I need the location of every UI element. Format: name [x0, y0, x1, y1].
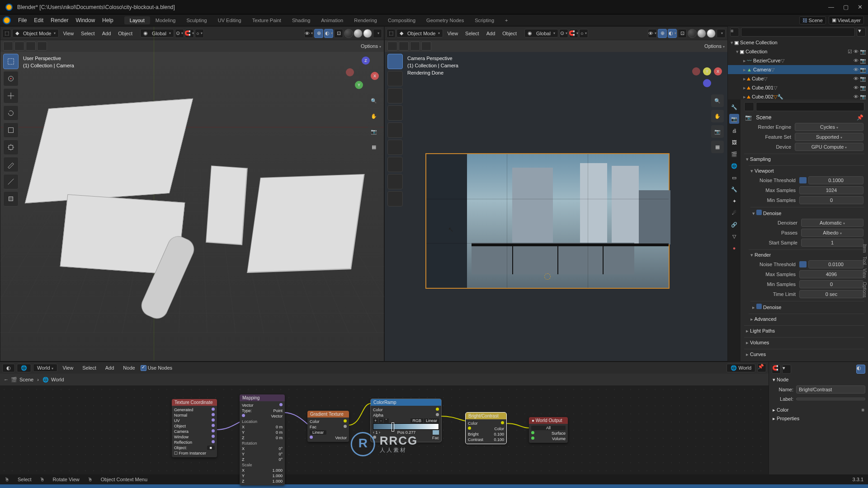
- max-samples-field[interactable]: 1024: [799, 186, 863, 194]
- ptab-constraints-icon[interactable]: 🔗: [729, 220, 739, 230]
- tool-add-cube[interactable]: [387, 191, 403, 206]
- pivot-dropdown[interactable]: ⊙: [175, 29, 184, 38]
- tool-scale[interactable]: [3, 122, 19, 138]
- menu-help[interactable]: Help: [99, 17, 117, 23]
- tab-modeling[interactable]: Modeling: [150, 16, 181, 24]
- proportional-dropdown[interactable]: ○: [579, 29, 588, 38]
- shading-material-icon[interactable]: [697, 29, 706, 38]
- scene-select[interactable]: ⛓ Scene: [799, 16, 826, 24]
- noise-threshold-field[interactable]: 0.1000: [808, 176, 863, 184]
- overlays-toggle[interactable]: ◐: [668, 29, 677, 38]
- nav-camera-icon[interactable]: 📷: [711, 125, 724, 138]
- props-pin-icon[interactable]: [744, 102, 754, 111]
- ptab-tool-icon[interactable]: 🔧: [729, 102, 739, 112]
- node-gradient-texture[interactable]: Gradient Texture Color Fac Linear Vector: [307, 411, 349, 442]
- nav-gizmo[interactable]: Y X: [689, 54, 725, 89]
- minimize-button[interactable]: —: [828, 4, 834, 10]
- vp-menu-object[interactable]: Object: [115, 31, 136, 36]
- nav-camera-icon[interactable]: 📷: [368, 125, 380, 138]
- proportional-dropdown[interactable]: ○: [195, 29, 204, 38]
- shading-modes[interactable]: [344, 29, 372, 38]
- nav-perspective-icon[interactable]: ▦: [711, 141, 724, 153]
- max-samples-field[interactable]: 4096: [799, 270, 863, 278]
- editor-type-dropdown[interactable]: ⬚: [387, 29, 396, 38]
- vp-options[interactable]: Options: [361, 43, 381, 49]
- nav-pan-icon[interactable]: ✋: [368, 110, 380, 122]
- overlays-toggle[interactable]: ◐: [324, 29, 333, 38]
- tool-measure[interactable]: [387, 174, 403, 189]
- xray-toggle[interactable]: ⊡: [334, 29, 343, 38]
- node-bright-contrast[interactable]: Bright/Contrast Color Color Bright0.100 …: [466, 413, 506, 444]
- ptab-object-icon[interactable]: ▭: [729, 173, 739, 183]
- noise-threshold-checkbox[interactable]: [799, 177, 807, 183]
- shading-options[interactable]: [717, 29, 726, 38]
- toolopt-4[interactable]: [421, 42, 431, 51]
- device-select[interactable]: GPU Compute: [795, 143, 863, 151]
- tool-select-box[interactable]: [387, 54, 403, 69]
- vp-menu-add[interactable]: Add: [483, 31, 499, 36]
- menu-edit[interactable]: Edit: [30, 17, 47, 23]
- shading-solid-icon[interactable]: [688, 29, 697, 38]
- section-viewport[interactable]: Viewport: [749, 167, 864, 175]
- editor-type-dropdown[interactable]: ⬚: [2, 29, 11, 38]
- tab-sculpting[interactable]: Sculpting: [181, 16, 212, 24]
- menu-file[interactable]: File: [14, 17, 30, 23]
- ptab-viewlayer-icon[interactable]: 🖼: [729, 137, 739, 147]
- tool-transform[interactable]: [387, 140, 403, 155]
- shading-solid-icon[interactable]: [344, 29, 353, 38]
- xray-toggle[interactable]: ⊡: [678, 29, 687, 38]
- outliner-collection[interactable]: ▾▣ Collection☑👁📷: [728, 47, 868, 56]
- render-engine-select[interactable]: Cycles: [795, 123, 863, 131]
- tool-add-cube[interactable]: [3, 191, 19, 206]
- section-curves[interactable]: Curves: [744, 350, 864, 359]
- 3d-viewport-left[interactable]: ⬚ ◆ Object Mode View Select Add Object ◉…: [0, 26, 384, 361]
- properties-tabs[interactable]: 🔧 📷 🖨 🖼 🎬 🌐 ▭ 🔧 ✦ ☄ 🔗 ▽ ●: [728, 99, 741, 361]
- close-button[interactable]: ✕: [858, 4, 863, 10]
- breadcrumb-world[interactable]: World: [51, 377, 64, 382]
- menu-window[interactable]: Window: [72, 17, 99, 23]
- tab-geometry-nodes[interactable]: Geometry Nodes: [421, 16, 469, 24]
- pivot-dropdown[interactable]: ⊙: [559, 29, 568, 38]
- ne-menu-node[interactable]: Node: [119, 365, 138, 371]
- toolopt-2[interactable]: [399, 42, 409, 51]
- tab-rendering[interactable]: Rendering: [349, 16, 382, 24]
- tab-layout[interactable]: Layout: [124, 16, 150, 24]
- nav-zoom-icon[interactable]: 🔍: [368, 94, 380, 107]
- outliner[interactable]: ≡ ▼ ▾▣ Scene Collection ▾▣ Collection☑👁📷…: [728, 26, 868, 99]
- ptab-data-icon[interactable]: ▽: [729, 231, 739, 241]
- toolopt-2[interactable]: [14, 42, 24, 51]
- tool-move[interactable]: [3, 88, 19, 103]
- outliner-item-cube-002[interactable]: ▸ Cube.002 ▽🔧👁📷: [728, 92, 868, 99]
- snap-options-dropdown[interactable]: ▾: [782, 365, 791, 374]
- shader-node-editor[interactable]: ◐ 🌐 World View Select Add Node Use Nodes…: [0, 362, 769, 474]
- ptab-render-icon[interactable]: 📷: [729, 114, 739, 124]
- tool-move[interactable]: [387, 88, 403, 103]
- outliner-root[interactable]: ▾▣ Scene Collection: [728, 38, 868, 47]
- section-render[interactable]: Render: [749, 251, 864, 259]
- min-samples-field[interactable]: 0: [799, 196, 863, 204]
- ptab-output-icon[interactable]: 🖨: [729, 126, 739, 136]
- tool-annotate[interactable]: [387, 157, 403, 172]
- tool-rotate[interactable]: [387, 105, 403, 121]
- toolopt-1[interactable]: [3, 42, 13, 51]
- nav-perspective-icon[interactable]: ▦: [368, 141, 380, 153]
- ne-menu-view[interactable]: View: [59, 365, 77, 371]
- tool-measure[interactable]: [3, 174, 19, 189]
- editor-type-dropdown[interactable]: ◐: [2, 364, 15, 372]
- noise-threshold-checkbox[interactable]: [799, 261, 807, 267]
- overlay-icon[interactable]: ◐: [856, 365, 865, 374]
- passes-select[interactable]: Albedo: [801, 229, 863, 237]
- tab-uv-editing[interactable]: UV Editing: [212, 16, 247, 24]
- mode-dropdown[interactable]: ◆ Object Mode: [396, 29, 443, 38]
- ptab-particles-icon[interactable]: ✦: [729, 196, 739, 206]
- outliner-item-cube[interactable]: ▸ Cube ▽👁📷: [728, 74, 868, 83]
- breadcrumb-scene[interactable]: Scene: [19, 377, 33, 382]
- ptab-material-icon[interactable]: ●: [729, 243, 739, 253]
- toolopt-3[interactable]: [410, 42, 420, 51]
- viewlayer-select[interactable]: ▣ ViewLayer: [829, 16, 864, 24]
- node-label-field[interactable]: [796, 398, 865, 400]
- orientation-dropdown[interactable]: ◉ Global: [140, 29, 174, 38]
- tool-transform[interactable]: [3, 140, 19, 155]
- vp-menu-object[interactable]: Object: [499, 31, 520, 36]
- section-advanced[interactable]: Advanced: [749, 315, 864, 324]
